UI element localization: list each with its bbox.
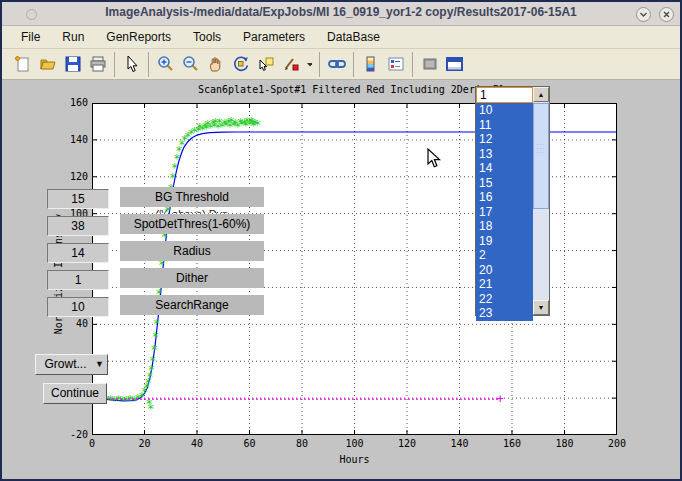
svg-text:*: * <box>227 115 234 129</box>
spotdetthres-1-60--input[interactable] <box>47 216 109 236</box>
svg-text:+: + <box>497 392 504 406</box>
scrollbar-up-arrow[interactable]: ▲ <box>533 87 549 102</box>
bg-threshold-subtext: (% above) Dyn <box>122 208 262 213</box>
menu-run[interactable]: Run <box>51 27 95 47</box>
x-tick-100: 100 <box>335 438 375 449</box>
menu-bar: FileRunGenReportsToolsParametersDataBase <box>2 26 680 49</box>
dock-figure-icon[interactable] <box>442 52 467 77</box>
searchrange-label: SearchRange <box>120 295 264 315</box>
x-tick-20: 20 <box>125 438 165 449</box>
arrow-pointer-icon[interactable] <box>119 52 144 77</box>
bg-threshold-input[interactable] <box>47 189 109 209</box>
dropdown-item-18[interactable]: 18 <box>476 219 533 234</box>
y-tick-160: 160 <box>58 97 88 108</box>
menu-database[interactable]: DataBase <box>316 27 391 47</box>
dropdown-item-11[interactable]: 11 <box>476 118 533 133</box>
app-window: ImageAnalysis-/media/data/ExpJobs/MI 16_… <box>0 0 682 481</box>
menu-parameters[interactable]: Parameters <box>232 27 316 47</box>
dither-label: Dither <box>120 268 264 288</box>
dropdown-item-23[interactable]: 23 <box>476 306 533 321</box>
scrollbar-thumb[interactable]: ········· <box>533 103 549 209</box>
dropdown-item-22[interactable]: 22 <box>476 292 533 307</box>
toolbar <box>2 49 680 80</box>
x-axis-label: Hours <box>92 454 617 465</box>
dropdown-item-10[interactable]: 10 <box>476 103 533 118</box>
brush-icon[interactable] <box>278 52 303 77</box>
title-bar[interactable]: ImageAnalysis-/media/data/ExpJobs/MI 16_… <box>2 2 680 26</box>
dropdown-focused-item[interactable]: 1 <box>476 87 533 103</box>
dropdown-item-list: 10111213141516171819220212223 <box>476 103 533 321</box>
data-cursor-icon[interactable] <box>253 52 278 77</box>
brush-menu-caret-icon[interactable] <box>303 52 315 77</box>
menu-tools[interactable]: Tools <box>182 27 232 47</box>
close-icon <box>662 10 671 19</box>
x-tick-60: 60 <box>230 438 270 449</box>
window-title: ImageAnalysis-/media/data/ExpJobs/MI 16_… <box>2 5 680 19</box>
svg-text:*: * <box>248 116 255 130</box>
insert-colorbar-icon[interactable] <box>358 52 383 77</box>
shade-window-button[interactable] <box>636 7 651 22</box>
x-tick-180: 180 <box>545 438 585 449</box>
dropdown-item-20[interactable]: 20 <box>476 263 533 278</box>
dropdown-item-21[interactable]: 21 <box>476 277 533 292</box>
svg-text:*: * <box>150 343 157 357</box>
svg-text:*: * <box>147 402 154 416</box>
dropdown-item-14[interactable]: 14 <box>476 161 533 176</box>
menu-file[interactable]: File <box>10 27 51 47</box>
bg-threshold-label: BG Threshold <box>120 187 264 207</box>
menu-genreports[interactable]: GenReports <box>95 27 182 47</box>
y-tick-140: 140 <box>58 134 88 145</box>
dropdown-scrollbar[interactable]: ▲ ········· ▼ <box>533 87 549 315</box>
dropdown-item-2[interactable]: 2 <box>476 248 533 263</box>
dropdown-item-16[interactable]: 16 <box>476 190 533 205</box>
spot-number-dropdown: 1 10111213141516171819220212223 ▲ ······… <box>475 86 550 316</box>
open-file-icon[interactable] <box>35 52 60 77</box>
hide-plot-tools-icon[interactable] <box>417 52 442 77</box>
chevron-down-icon <box>639 10 648 19</box>
zoom-out-icon[interactable] <box>178 52 203 77</box>
dither-input[interactable] <box>47 270 109 290</box>
dropdown-item-19[interactable]: 19 <box>476 234 533 249</box>
svg-text:*: * <box>212 116 219 130</box>
searchrange-input[interactable] <box>47 297 109 317</box>
save-icon[interactable] <box>60 52 85 77</box>
x-tick-40: 40 <box>177 438 217 449</box>
svg-text:*: * <box>153 317 160 331</box>
dropdown-item-13[interactable]: 13 <box>476 147 533 162</box>
svg-text:*: * <box>152 330 159 344</box>
x-tick-80: 80 <box>282 438 322 449</box>
svg-text:*: * <box>201 120 208 134</box>
insert-legend-icon[interactable] <box>383 52 408 77</box>
y-tick-120: 120 <box>58 171 88 182</box>
y-tick--20: -20 <box>58 429 88 440</box>
x-tick-200: 200 <box>597 438 637 449</box>
dropdown-item-12[interactable]: 12 <box>476 132 533 147</box>
figure-canvas: Scan6plate1-Spot#1 Filtered Red Includin… <box>2 80 680 479</box>
new-file-icon[interactable] <box>10 52 35 77</box>
scrollbar-down-arrow[interactable]: ▼ <box>533 300 549 315</box>
continue-button[interactable]: Continue <box>43 383 107 404</box>
x-tick-140: 140 <box>440 438 480 449</box>
x-tick-160: 160 <box>492 438 532 449</box>
zoom-in-icon[interactable] <box>153 52 178 77</box>
pan-hand-icon[interactable] <box>203 52 228 77</box>
mouse-cursor-icon <box>427 148 443 170</box>
close-window-button[interactable] <box>659 7 674 22</box>
dropdown-caret-icon: ▼ <box>95 355 104 374</box>
growth-mode-dropdown[interactable]: Growt...▼ <box>35 354 108 375</box>
link-plots-icon[interactable] <box>324 52 349 77</box>
scrollbar-grip: ········· <box>534 142 548 154</box>
radius-label: Radius <box>120 241 264 261</box>
y-tick-40: 40 <box>58 318 88 329</box>
spotdetthres-1-60--label: SpotDetThres(1-60%) <box>120 214 264 234</box>
dropdown-item-17[interactable]: 17 <box>476 205 533 220</box>
dropdown-item-15[interactable]: 15 <box>476 176 533 191</box>
x-tick-120: 120 <box>387 438 427 449</box>
print-icon[interactable] <box>85 52 110 77</box>
rotate-3d-icon[interactable] <box>228 52 253 77</box>
radius-input[interactable] <box>47 243 109 263</box>
